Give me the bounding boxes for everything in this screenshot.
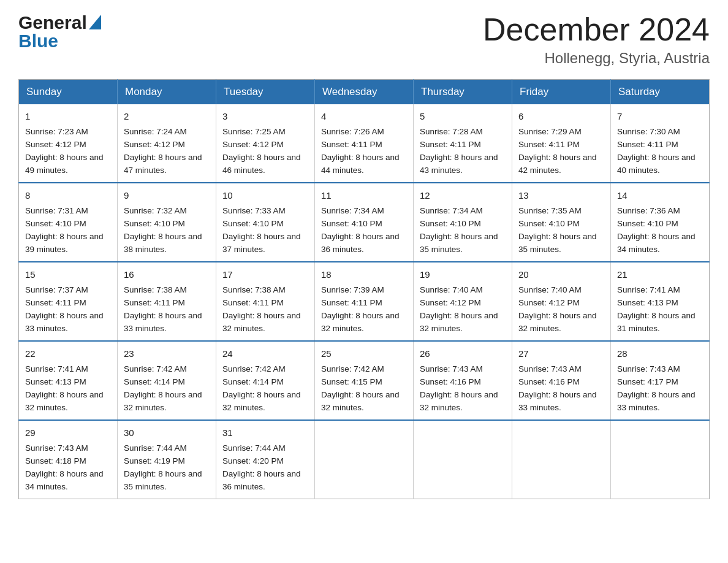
day-header-sunday: Sunday: [19, 80, 118, 105]
calendar-cell: 4Sunrise: 7:26 AMSunset: 4:11 PMDaylight…: [315, 104, 414, 183]
calendar-cell: [512, 420, 611, 499]
calendar-cell: [315, 420, 414, 499]
day-info: Sunrise: 7:34 AMSunset: 4:10 PMDaylight:…: [321, 206, 400, 254]
calendar-cell: 3Sunrise: 7:25 AMSunset: 4:12 PMDaylight…: [216, 104, 315, 183]
day-header-tuesday: Tuesday: [216, 80, 315, 105]
day-info: Sunrise: 7:29 AMSunset: 4:11 PMDaylight:…: [518, 127, 597, 175]
calendar-week-row: 29Sunrise: 7:43 AMSunset: 4:18 PMDayligh…: [19, 420, 710, 499]
day-info: Sunrise: 7:40 AMSunset: 4:12 PMDaylight:…: [420, 285, 498, 333]
logo: General Blue: [18, 12, 101, 52]
calendar-cell: 6Sunrise: 7:29 AMSunset: 4:11 PMDaylight…: [512, 104, 611, 183]
page-header: General Blue December 2024 Hollenegg, St…: [18, 12, 710, 67]
calendar-cell: 30Sunrise: 7:44 AMSunset: 4:19 PMDayligh…: [118, 420, 216, 499]
day-number: 29: [25, 426, 111, 440]
month-title: December 2024: [483, 12, 710, 47]
calendar-cell: 2Sunrise: 7:24 AMSunset: 4:12 PMDaylight…: [118, 104, 216, 183]
day-number: 10: [222, 188, 308, 202]
calendar-cell: 19Sunrise: 7:40 AMSunset: 4:12 PMDayligh…: [414, 262, 512, 341]
day-info: Sunrise: 7:32 AMSunset: 4:10 PMDaylight:…: [124, 206, 202, 254]
day-number: 23: [124, 347, 210, 361]
calendar-cell: 29Sunrise: 7:43 AMSunset: 4:18 PMDayligh…: [19, 420, 118, 499]
svg-marker-0: [89, 15, 101, 29]
day-info: Sunrise: 7:23 AMSunset: 4:12 PMDaylight:…: [25, 127, 104, 175]
calendar-cell: 1Sunrise: 7:23 AMSunset: 4:12 PMDaylight…: [19, 104, 118, 183]
day-info: Sunrise: 7:43 AMSunset: 4:17 PMDaylight:…: [617, 364, 696, 412]
day-number: 15: [25, 267, 111, 282]
day-number: 3: [222, 109, 308, 123]
calendar-cell: 10Sunrise: 7:33 AMSunset: 4:10 PMDayligh…: [216, 183, 315, 262]
day-number: 5: [420, 109, 506, 123]
day-info: Sunrise: 7:41 AMSunset: 4:13 PMDaylight:…: [617, 285, 696, 333]
day-info: Sunrise: 7:40 AMSunset: 4:12 PMDaylight:…: [518, 285, 597, 333]
day-header-thursday: Thursday: [414, 80, 512, 105]
calendar-week-row: 1Sunrise: 7:23 AMSunset: 4:12 PMDaylight…: [19, 104, 710, 183]
calendar-cell: 27Sunrise: 7:43 AMSunset: 4:16 PMDayligh…: [512, 341, 611, 420]
location-title: Hollenegg, Styria, Austria: [483, 50, 710, 67]
day-info: Sunrise: 7:36 AMSunset: 4:10 PMDaylight:…: [617, 206, 696, 254]
day-number: 20: [518, 267, 604, 282]
day-info: Sunrise: 7:39 AMSunset: 4:11 PMDaylight:…: [321, 285, 400, 333]
day-number: 6: [518, 109, 604, 123]
day-info: Sunrise: 7:42 AMSunset: 4:14 PMDaylight:…: [124, 364, 202, 412]
day-number: 2: [124, 109, 210, 123]
day-info: Sunrise: 7:34 AMSunset: 4:10 PMDaylight:…: [420, 206, 498, 254]
day-number: 8: [25, 188, 111, 202]
day-info: Sunrise: 7:37 AMSunset: 4:11 PMDaylight:…: [25, 285, 104, 333]
day-info: Sunrise: 7:28 AMSunset: 4:11 PMDaylight:…: [420, 127, 498, 175]
day-header-wednesday: Wednesday: [315, 80, 414, 105]
day-info: Sunrise: 7:43 AMSunset: 4:16 PMDaylight:…: [420, 364, 498, 412]
day-number: 16: [124, 267, 210, 282]
day-number: 7: [617, 109, 703, 123]
calendar-cell: 11Sunrise: 7:34 AMSunset: 4:10 PMDayligh…: [315, 183, 414, 262]
day-number: 13: [518, 188, 604, 202]
calendar-cell: 28Sunrise: 7:43 AMSunset: 4:17 PMDayligh…: [611, 341, 710, 420]
calendar-cell: 24Sunrise: 7:42 AMSunset: 4:14 PMDayligh…: [216, 341, 315, 420]
day-number: 25: [321, 347, 407, 361]
day-info: Sunrise: 7:44 AMSunset: 4:20 PMDaylight:…: [222, 443, 301, 491]
logo-blue-text: Blue: [18, 31, 101, 52]
day-number: 22: [25, 347, 111, 361]
day-info: Sunrise: 7:24 AMSunset: 4:12 PMDaylight:…: [124, 127, 202, 175]
calendar-cell: 21Sunrise: 7:41 AMSunset: 4:13 PMDayligh…: [611, 262, 710, 341]
day-info: Sunrise: 7:26 AMSunset: 4:11 PMDaylight:…: [321, 127, 400, 175]
day-info: Sunrise: 7:43 AMSunset: 4:18 PMDaylight:…: [25, 443, 104, 491]
day-info: Sunrise: 7:33 AMSunset: 4:10 PMDaylight:…: [222, 206, 301, 254]
day-info: Sunrise: 7:30 AMSunset: 4:11 PMDaylight:…: [617, 127, 696, 175]
day-header-monday: Monday: [118, 80, 216, 105]
calendar-cell: 17Sunrise: 7:38 AMSunset: 4:11 PMDayligh…: [216, 262, 315, 341]
calendar-cell: 7Sunrise: 7:30 AMSunset: 4:11 PMDaylight…: [611, 104, 710, 183]
day-number: 14: [617, 188, 703, 202]
day-number: 30: [124, 426, 210, 440]
calendar-cell: 23Sunrise: 7:42 AMSunset: 4:14 PMDayligh…: [118, 341, 216, 420]
day-info: Sunrise: 7:31 AMSunset: 4:10 PMDaylight:…: [25, 206, 104, 254]
day-number: 9: [124, 188, 210, 202]
calendar-cell: 9Sunrise: 7:32 AMSunset: 4:10 PMDaylight…: [118, 183, 216, 262]
calendar-cell: 25Sunrise: 7:42 AMSunset: 4:15 PMDayligh…: [315, 341, 414, 420]
calendar-week-row: 22Sunrise: 7:41 AMSunset: 4:13 PMDayligh…: [19, 341, 710, 420]
day-number: 1: [25, 109, 111, 123]
day-number: 17: [222, 267, 308, 282]
day-number: 12: [420, 188, 506, 202]
calendar-week-row: 15Sunrise: 7:37 AMSunset: 4:11 PMDayligh…: [19, 262, 710, 341]
day-header-friday: Friday: [512, 80, 611, 105]
calendar-cell: 14Sunrise: 7:36 AMSunset: 4:10 PMDayligh…: [611, 183, 710, 262]
day-number: 11: [321, 188, 407, 202]
day-info: Sunrise: 7:42 AMSunset: 4:14 PMDaylight:…: [222, 364, 301, 412]
calendar-cell: 31Sunrise: 7:44 AMSunset: 4:20 PMDayligh…: [216, 420, 315, 499]
calendar-cell: 20Sunrise: 7:40 AMSunset: 4:12 PMDayligh…: [512, 262, 611, 341]
calendar-cell: [611, 420, 710, 499]
day-number: 26: [420, 347, 506, 361]
calendar-cell: 13Sunrise: 7:35 AMSunset: 4:10 PMDayligh…: [512, 183, 611, 262]
calendar-cell: 18Sunrise: 7:39 AMSunset: 4:11 PMDayligh…: [315, 262, 414, 341]
calendar-week-row: 8Sunrise: 7:31 AMSunset: 4:10 PMDaylight…: [19, 183, 710, 262]
title-block: December 2024 Hollenegg, Styria, Austria: [483, 12, 710, 67]
day-number: 21: [617, 267, 703, 282]
day-info: Sunrise: 7:41 AMSunset: 4:13 PMDaylight:…: [25, 364, 104, 412]
day-number: 27: [518, 347, 604, 361]
logo-triangle-icon: [89, 15, 101, 32]
calendar-cell: 5Sunrise: 7:28 AMSunset: 4:11 PMDaylight…: [414, 104, 512, 183]
day-info: Sunrise: 7:38 AMSunset: 4:11 PMDaylight:…: [124, 285, 202, 333]
day-info: Sunrise: 7:43 AMSunset: 4:16 PMDaylight:…: [518, 364, 597, 412]
calendar-cell: 8Sunrise: 7:31 AMSunset: 4:10 PMDaylight…: [19, 183, 118, 262]
day-header-saturday: Saturday: [611, 80, 710, 105]
